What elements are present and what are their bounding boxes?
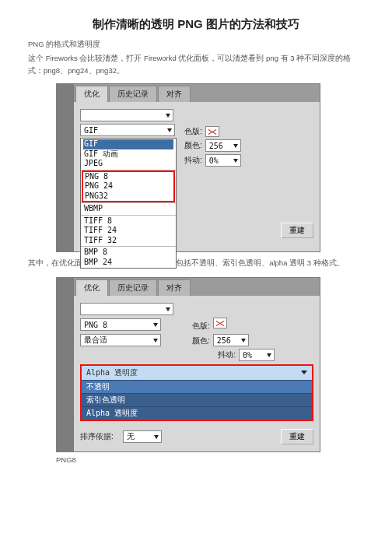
alpha-transparency-dropdown[interactable]: Alpha 透明度 不透明 索引色透明 Alpha 透明度: [80, 364, 313, 421]
list-item[interactable]: PNG 8: [84, 172, 173, 182]
palette-swatch[interactable]: [213, 318, 227, 328]
tab-align[interactable]: 对齐: [158, 86, 191, 102]
list-item[interactable]: GIF 动画: [83, 149, 173, 160]
dither-dropdown[interactable]: 0%: [205, 154, 241, 167]
footer-label: PNG8: [56, 455, 364, 464]
screenshot-optimize-panel-formats: 优化 历史记录 对齐 GIF GIF GIF 动画: [56, 83, 364, 252]
list-item[interactable]: BMP 8: [83, 248, 173, 258]
preset-dropdown[interactable]: [80, 303, 173, 315]
tab-optimize[interactable]: 优化: [75, 86, 108, 102]
sort-dropdown[interactable]: 无: [123, 430, 162, 443]
dither-label: 抖动:: [184, 155, 202, 166]
colors-dropdown[interactable]: 256: [213, 334, 249, 346]
format-dropdown[interactable]: GIF: [80, 124, 175, 136]
dither-label: 抖动:: [218, 350, 236, 360]
dither-dropdown[interactable]: 0%: [239, 349, 275, 361]
alpha-option[interactable]: 不透明: [82, 380, 312, 393]
list-item[interactable]: TIFF 32: [83, 236, 173, 246]
list-item[interactable]: TIFF 8: [83, 216, 173, 227]
colors-label: 颜色:: [192, 336, 210, 345]
list-item[interactable]: JPEG: [83, 159, 173, 169]
colors-label: 颜色:: [184, 140, 202, 151]
tab-optimize[interactable]: 优化: [75, 279, 108, 296]
fit-dropdown[interactable]: 最合适: [80, 334, 161, 346]
section-heading: PNG 的格式和透明度: [28, 40, 364, 50]
page-title: 制作清晰的透明 PNG 图片的方法和技巧: [28, 17, 364, 32]
list-item[interactable]: BMP 24: [83, 258, 173, 268]
colors-dropdown[interactable]: 256: [205, 139, 241, 152]
alpha-option[interactable]: Alpha 透明度: [82, 406, 312, 420]
preset-dropdown[interactable]: [80, 109, 173, 121]
palette-label: 色版:: [192, 321, 210, 330]
palette-swatch[interactable]: [205, 126, 219, 137]
screenshot-optimize-panel-alpha: 优化 历史记录 对齐 PNG 8 色版: 最合适 颜色:256 抖动:0: [56, 277, 364, 452]
list-item[interactable]: WBMP: [83, 204, 173, 214]
tab-history[interactable]: 历史记录: [109, 86, 157, 102]
palette-label: 色版:: [184, 126, 202, 137]
tab-align[interactable]: 对齐: [158, 279, 191, 296]
list-item[interactable]: TIFF 24: [83, 226, 173, 236]
list-item[interactable]: PNG 24: [84, 181, 173, 191]
list-item[interactable]: PNG32: [84, 191, 173, 202]
alpha-selected[interactable]: Alpha 透明度: [82, 366, 312, 380]
format-listbox[interactable]: GIF GIF 动画 JPEG PNG 8 PNG 24 PNG32: [80, 138, 177, 269]
alpha-option[interactable]: 索引色透明: [82, 393, 312, 406]
list-item[interactable]: GIF: [83, 139, 173, 149]
format-dropdown[interactable]: PNG 8: [80, 318, 161, 331]
rebuild-button[interactable]: 重建: [281, 223, 313, 238]
sort-label: 排序依据:: [80, 431, 114, 442]
tab-history[interactable]: 历史记录: [109, 279, 157, 296]
rebuild-button[interactable]: 重建: [281, 429, 313, 444]
intro-paragraph: 这个 Fireworks 会比较清楚，打开 Fireworkd 优化面板，可以清…: [28, 52, 364, 77]
